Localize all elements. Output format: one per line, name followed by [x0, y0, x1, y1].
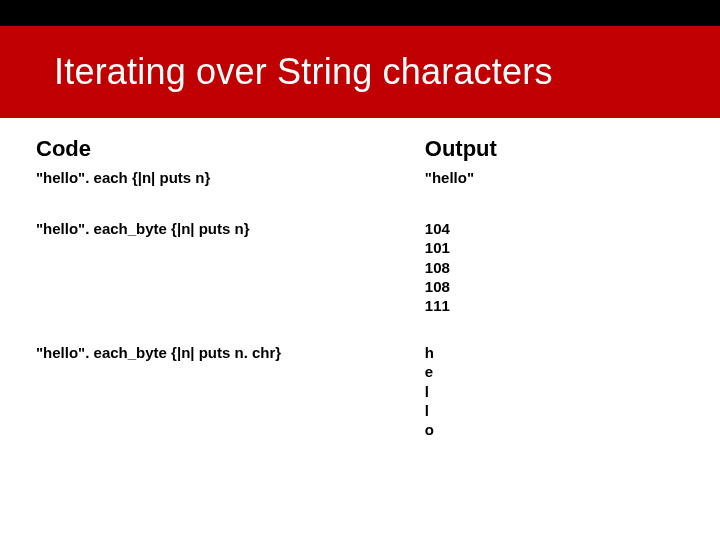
cell-output: 104 101 108 108 111 — [425, 215, 684, 339]
content-area: Code Output "hello". each {|n| puts n} "… — [0, 118, 720, 439]
table-row: "hello". each_byte {|n| puts n. chr} h e… — [36, 339, 684, 439]
cell-code: "hello". each {|n| puts n} — [36, 164, 425, 215]
title-banner: Iterating over String characters — [0, 26, 720, 118]
header-output: Output — [425, 136, 684, 164]
code-output-table: Code Output "hello". each {|n| puts n} "… — [36, 136, 684, 439]
header-code: Code — [36, 136, 425, 164]
cell-output: h e l l o — [425, 339, 684, 439]
slide-title: Iterating over String characters — [54, 51, 553, 93]
title-bar: Iterating over String characters — [0, 0, 720, 118]
table-header-row: Code Output — [36, 136, 684, 164]
table-row: "hello". each_byte {|n| puts n} 104 101 … — [36, 215, 684, 339]
cell-code: "hello". each_byte {|n| puts n} — [36, 215, 425, 339]
cell-output: "hello" — [425, 164, 684, 215]
cell-code: "hello". each_byte {|n| puts n. chr} — [36, 339, 425, 439]
table-row: "hello". each {|n| puts n} "hello" — [36, 164, 684, 215]
